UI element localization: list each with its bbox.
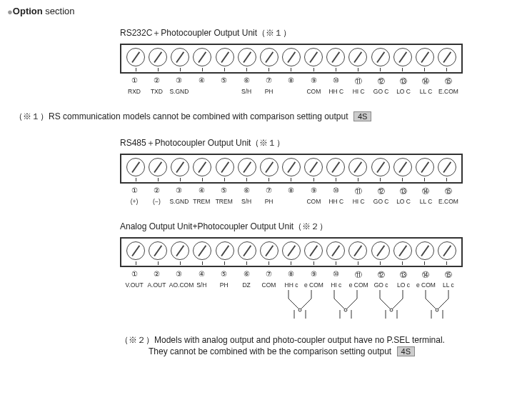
terminal-number: ③ [169, 186, 189, 196]
screw-terminal [371, 158, 390, 176]
analog-title: Analog Output Unit+Photocoupler Output U… [120, 221, 525, 233]
note1-badge-4s: 4S [353, 111, 371, 121]
terminal-number: ① [124, 76, 144, 86]
terminal-number: ⑭ [416, 76, 436, 86]
tick-mark [371, 261, 391, 266]
tick-mark [437, 261, 457, 266]
terminal-label: LL C [416, 198, 436, 205]
terminal-label [281, 198, 301, 205]
terminal-label: LL c [438, 281, 458, 289]
note-2: （※２）Models with analog output and photo-… [120, 334, 525, 356]
rs485-terminal-strip [120, 154, 463, 184]
terminal-label: GO c [371, 281, 391, 289]
tick-mark [215, 178, 235, 182]
screw-terminal [393, 241, 412, 260]
terminal-label: HH C [326, 198, 346, 205]
tick-mark [170, 178, 190, 182]
terminal-number: ⑩ [326, 186, 346, 196]
screw-terminal [304, 158, 323, 176]
tick-mark [237, 178, 257, 182]
screw-terminal [126, 241, 145, 260]
rs232c-terminal-strip [120, 44, 463, 74]
terminal-number: ⑪ [348, 186, 368, 196]
tick-mark [281, 261, 301, 266]
screw-terminal [282, 158, 301, 176]
svg-point-3 [436, 309, 438, 311]
terminal-number: ⑧ [281, 76, 301, 86]
tick-mark [348, 261, 368, 266]
tick-mark [303, 68, 323, 72]
screw-terminal [193, 241, 211, 260]
terminal-number: ③ [169, 270, 189, 280]
terminal-number: ② [146, 76, 166, 86]
rs232c-num-row: ①②③④⑤⑥⑦⑧⑨⑩⑪⑫⑬⑭⑮ [120, 74, 463, 86]
screw-terminal [282, 48, 301, 66]
terminal-label: LO c [393, 281, 413, 289]
tick-mark [281, 178, 301, 182]
rs232c-screw-row [121, 45, 461, 68]
screw-terminal [171, 241, 189, 260]
terminal-number: ⑫ [371, 270, 391, 280]
tick-mark [148, 178, 168, 182]
terminal-number: ⑩ [326, 270, 346, 280]
svg-point-2 [390, 309, 393, 311]
tick-mark [437, 68, 457, 72]
terminal-label: A.OUT [146, 281, 166, 289]
tick-mark [259, 261, 279, 266]
screw-terminal [260, 158, 278, 176]
rs485-screw-row [121, 155, 461, 178]
tick-mark [393, 261, 413, 266]
terminal-label: e COM [303, 281, 323, 289]
header-rest: section [43, 6, 75, 16]
terminal-label: S/H [236, 88, 256, 95]
screw-terminal [238, 241, 256, 260]
screw-terminal [216, 48, 234, 66]
tick-mark [192, 178, 212, 182]
tick-mark [281, 68, 301, 72]
note2-badge-4s: 4S [397, 346, 415, 356]
tick-mark [259, 68, 279, 72]
tick-mark [393, 68, 413, 72]
terminal-number: ⑪ [348, 270, 368, 280]
terminal-label: S/H [191, 281, 211, 289]
terminal-label: COM [259, 281, 279, 289]
terminal-number: ⑭ [416, 270, 436, 280]
tick-mark [326, 178, 346, 182]
terminal-label: E.COM [438, 88, 458, 95]
analog-tick-row [121, 261, 461, 266]
analog-unit: Analog Output Unit+Photocoupler Output U… [120, 221, 525, 326]
terminal-number: ⑥ [236, 186, 256, 196]
terminal-label: (+) [124, 198, 144, 205]
screw-terminal [171, 158, 189, 176]
terminal-number: ⑤ [214, 270, 234, 280]
tick-mark [237, 261, 257, 266]
tick-mark [170, 68, 190, 72]
terminal-number: ⑦ [259, 76, 279, 86]
terminal-label [281, 88, 301, 95]
rs232c-tick-row [121, 68, 461, 72]
terminal-label: HI C [348, 88, 368, 95]
tick-mark [303, 178, 323, 182]
terminal-number: ⑤ [214, 186, 234, 196]
note1-text: （※１）RS communication models cannot be co… [14, 111, 348, 121]
terminal-label: PH [259, 198, 279, 205]
rs485-unit: RS485＋Photocoupler Output Unit（※１） ①②③④⑤… [120, 137, 525, 205]
terminal-number: ② [146, 186, 166, 196]
screw-terminal [282, 241, 301, 260]
terminal-number: ① [124, 186, 144, 196]
terminal-number: ③ [169, 76, 189, 86]
tick-mark [192, 68, 212, 72]
terminal-number: ⑮ [438, 270, 458, 280]
terminal-number: ④ [191, 270, 211, 280]
tick-mark [326, 68, 346, 72]
analog-label-row: V.OUTA.OUTAO.COMS/HPHDZCOMHH ce COMHI ce… [120, 280, 463, 289]
terminal-number: ⑧ [281, 270, 301, 280]
terminal-number: ⑨ [303, 186, 323, 196]
svg-point-0 [298, 309, 301, 311]
terminal-number: ⑫ [371, 76, 391, 86]
terminal-label: COM [303, 88, 323, 95]
terminal-label: GO C [371, 198, 391, 205]
terminal-number: ⑫ [371, 186, 391, 196]
section-header: ●Option section [7, 6, 525, 17]
tick-mark [148, 261, 168, 266]
